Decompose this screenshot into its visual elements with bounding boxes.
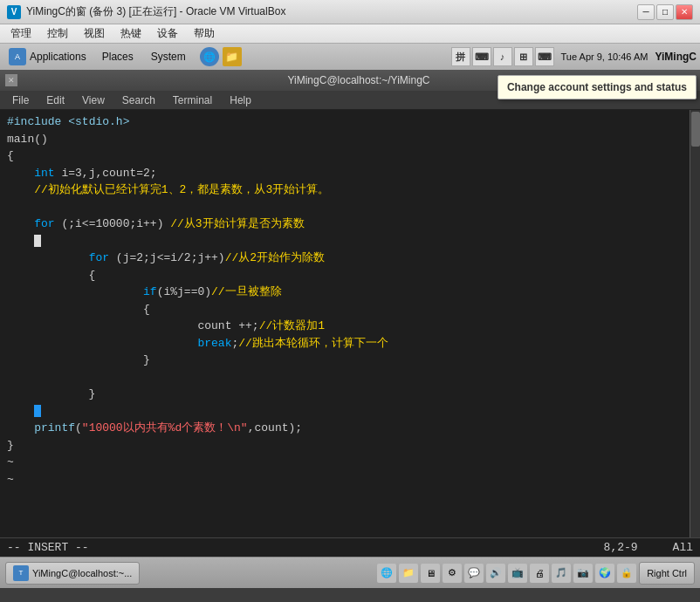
- vbox-menubar: 管理 控制 视图 热键 设备 帮助: [0, 24, 700, 44]
- menu-hotkey[interactable]: 热键: [113, 24, 148, 43]
- code-line-7: for (;i<=10000;i++) //从3开始计算是否为素数: [7, 215, 683, 233]
- taskbar-app-icon: T: [13, 565, 29, 581]
- code-line-4: int i=3,j,count=2;: [7, 165, 683, 182]
- terminal-window: ✕ YiMingC@localhost:~/YiMingC File Edit …: [0, 70, 700, 557]
- tray-icon-2[interactable]: 📁: [399, 564, 418, 583]
- code-line-13: count ++;//计数器加1: [7, 318, 683, 335]
- code-line-9: for (j=2;j<=i/2;j++)//从2开始作为除数: [7, 250, 683, 267]
- code-line-15: }: [7, 352, 683, 369]
- tooltip-text: Change account settings and status: [507, 81, 687, 93]
- applications-icon: A: [9, 48, 26, 65]
- vbox-titlebar: V YiMingC的窗 (备份 3) [正在运行] - Oracle VM Vi…: [0, 0, 700, 24]
- tray-icon-11[interactable]: 🌍: [595, 564, 614, 583]
- tray-icon-6[interactable]: 🔊: [486, 564, 505, 583]
- tray-icon-7[interactable]: 📺: [508, 564, 527, 583]
- system-button[interactable]: System: [144, 49, 193, 65]
- code-line-17: }: [7, 386, 683, 403]
- folder-icon: 📁: [223, 47, 242, 66]
- text-cursor: [34, 235, 41, 247]
- code-line-12: {: [7, 301, 683, 318]
- pinyin-icon-2[interactable]: ⌨: [472, 47, 491, 66]
- tray-icon-1[interactable]: 🌐: [377, 564, 396, 583]
- datetime-text: Tue Apr 9, 10:46 AM: [561, 51, 649, 62]
- tray-icon-5[interactable]: 💬: [464, 564, 484, 583]
- code-line-16: [7, 369, 683, 387]
- tray-icon-10[interactable]: 📷: [573, 564, 593, 583]
- username-button[interactable]: YiMingC Change account settings and stat…: [655, 51, 697, 63]
- term-menu-help[interactable]: Help: [223, 92, 258, 108]
- menu-help[interactable]: 帮助: [187, 24, 222, 43]
- pinyin-icon-4[interactable]: ⊞: [514, 47, 533, 66]
- tray-icon-12[interactable]: 🔒: [617, 564, 636, 583]
- pinyin-icon-3[interactable]: ♪: [493, 47, 512, 66]
- code-line-10: {: [7, 267, 683, 284]
- taskbar-app-label: YiMingC@localhost:~...: [32, 568, 132, 578]
- term-menu-edit[interactable]: Edit: [39, 92, 72, 108]
- tray-icon-3[interactable]: 🖥: [421, 564, 440, 583]
- code-line-1: #include <stdio.h>: [7, 113, 683, 131]
- guest-taskbar-top: A Applications Places System 🌐 📁 拼 ⌨ ♪ ⊞…: [0, 44, 700, 70]
- globe-icon: 🌐: [200, 47, 219, 66]
- code-line-5: //初始化默认已经计算完1、2，都是素数，从3开始计算。: [7, 181, 683, 199]
- scrollbar-thumb[interactable]: [691, 112, 700, 147]
- code-line-11: if(i%j==0)//一旦被整除: [7, 284, 683, 301]
- term-menu-file[interactable]: File: [5, 92, 36, 108]
- text-cursor-2: [34, 405, 41, 417]
- taskbar-app-button[interactable]: T YiMingC@localhost:~...: [5, 562, 140, 585]
- code-line-19: printf("10000以内共有%d个素数！\n",count);: [7, 420, 683, 437]
- guest-nav-buttons: Places System: [95, 49, 193, 65]
- status-bar: -- INSERT -- 8,2-9 All: [0, 537, 700, 557]
- code-scrollbar[interactable]: [690, 110, 700, 537]
- insert-mode-indicator: -- INSERT --: [7, 541, 604, 554]
- term-menu-view[interactable]: View: [75, 92, 112, 108]
- scroll-position: All: [673, 541, 693, 554]
- right-ctrl-button[interactable]: Right Ctrl: [639, 562, 695, 585]
- cursor-position: 8,2-9: [604, 541, 638, 554]
- term-menu-search[interactable]: Search: [115, 92, 162, 108]
- menu-device[interactable]: 设备: [150, 24, 185, 43]
- terminal-close-button[interactable]: ✕: [5, 74, 17, 86]
- tray-icon-8[interactable]: 🖨: [530, 564, 549, 583]
- taskbar-right-icons: 🌐 📁 🖥 ⚙ 💬 🔊 📺 🖨 🎵 📷 🌍 🔒 Right Ctrl: [377, 562, 695, 585]
- vbox-icon: V: [7, 5, 21, 19]
- tray-icon-9[interactable]: 🎵: [552, 564, 571, 583]
- pinyin-icon-5[interactable]: ⌨: [535, 47, 554, 66]
- code-content[interactable]: #include <stdio.h> main() { int i=3,j,co…: [0, 110, 690, 537]
- pinyin-icons: 拼 ⌨ ♪ ⊞ ⌨: [451, 47, 554, 66]
- window-controls: ─ □ ✕: [637, 4, 693, 20]
- code-area[interactable]: #include <stdio.h> main() { int i=3,j,co…: [0, 110, 700, 537]
- minimize-button[interactable]: ─: [637, 4, 655, 20]
- datetime-display: Tue Apr 9, 10:46 AM: [561, 51, 649, 63]
- code-line-18: [7, 403, 683, 421]
- pinyin-icon-1[interactable]: 拼: [451, 47, 470, 66]
- taskbar-right: 拼 ⌨ ♪ ⊞ ⌨ Tue Apr 9, 10:46 AM YiMingC Ch…: [451, 47, 697, 66]
- applications-label: Applications: [30, 51, 86, 63]
- applications-button[interactable]: A Applications: [3, 46, 92, 67]
- menu-manage[interactable]: 管理: [3, 24, 38, 43]
- term-menu-terminal[interactable]: Terminal: [166, 92, 219, 108]
- code-line-3: {: [7, 147, 683, 165]
- restore-button[interactable]: □: [656, 4, 674, 20]
- vbox-title: YiMingC的窗 (备份 3) [正在运行] - Oracle VM Virt…: [26, 4, 632, 19]
- code-line-2: main(): [7, 131, 683, 148]
- places-button[interactable]: Places: [95, 49, 141, 65]
- tray-icon-4[interactable]: ⚙: [443, 564, 462, 583]
- menu-control[interactable]: 控制: [40, 24, 75, 43]
- close-button[interactable]: ✕: [676, 4, 693, 20]
- code-line-8: [7, 233, 683, 250]
- code-line-20: }: [7, 437, 683, 455]
- username-text: YiMingC: [655, 51, 697, 63]
- menu-view[interactable]: 视图: [77, 24, 112, 43]
- code-line-6: [7, 199, 683, 216]
- code-line-22: ~: [7, 471, 683, 489]
- code-line-14: break;//跳出本轮循环，计算下一个: [7, 335, 683, 352]
- tooltip-box: Change account settings and status: [498, 75, 697, 99]
- guest-taskbar-bottom: T YiMingC@localhost:~... 🌐 📁 🖥 ⚙ 💬 🔊 📺 🖨…: [0, 557, 700, 588]
- code-line-21: ~: [7, 454, 683, 471]
